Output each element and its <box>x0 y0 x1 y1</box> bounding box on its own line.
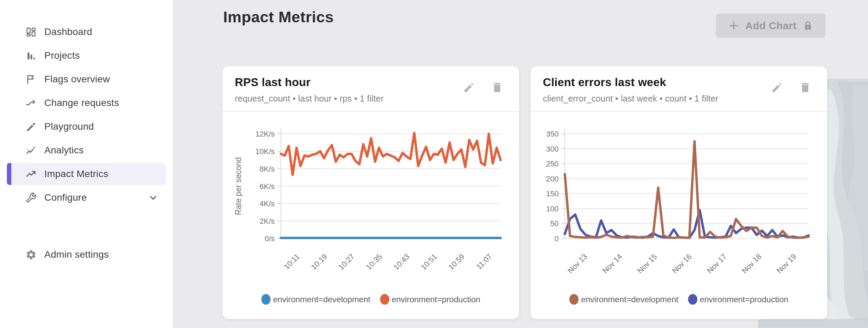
svg-text:Nov 18: Nov 18 <box>740 252 763 274</box>
card-actions <box>771 76 815 94</box>
svg-text:10:27: 10:27 <box>337 252 356 271</box>
sidebar-item-label: Projects <box>44 50 80 61</box>
svg-text:300: 300 <box>546 144 559 153</box>
legend-dot <box>688 294 697 305</box>
pencil-icon <box>463 81 475 94</box>
add-chart-button[interactable]: Add Chart <box>716 14 826 38</box>
legend-label: environment=production <box>392 295 480 304</box>
chart-card-rps: RPS last hour request_count • last hour … <box>222 66 519 319</box>
chart-area: 0/s2K/s4K/s6K/s8K/s10K/s12K/s10:1110:191… <box>222 112 519 274</box>
edit-chart-button[interactable] <box>771 81 783 94</box>
legend-label: environment=production <box>700 295 788 304</box>
svg-text:0: 0 <box>555 234 559 243</box>
svg-text:350: 350 <box>546 130 559 138</box>
chart-subtitle: client_error_count • last week • count •… <box>543 93 718 104</box>
svg-text:12K/s: 12K/s <box>255 130 275 138</box>
svg-text:Nov 16: Nov 16 <box>671 252 694 274</box>
main-content: Impact Metrics Add Chart RPS last hour r… <box>173 0 868 328</box>
chart-card-client-errors: Client errors last week client_error_cou… <box>530 66 827 319</box>
svg-text:10K/s: 10K/s <box>255 147 275 155</box>
svg-text:Nov 14: Nov 14 <box>601 252 624 274</box>
legend-dot <box>261 294 271 305</box>
chart-legend: environment=development environment=prod… <box>530 294 827 305</box>
sidebar-item-label: Analytics <box>44 145 84 156</box>
legend-label: environment=development <box>581 295 678 304</box>
sidebar-item-label: Configure <box>44 192 87 203</box>
sidebar-item-label: Dashboard <box>44 26 92 37</box>
wand-icon <box>25 121 37 132</box>
chart-title: Client errors last week <box>543 76 718 89</box>
card-header: Client errors last week client_error_cou… <box>530 66 827 112</box>
add-chart-label: Add Chart <box>745 20 797 32</box>
svg-text:10:59: 10:59 <box>447 252 466 271</box>
sidebar: Dashboard Projects Flags overview <box>0 0 173 328</box>
chart-legend: environment=development environment=prod… <box>222 294 519 305</box>
sidebar-item-impact-metrics[interactable]: Impact Metrics <box>7 163 166 185</box>
active-indicator <box>7 163 11 185</box>
analytics-icon <box>25 145 37 156</box>
flag-icon <box>25 74 37 85</box>
legend-item: environment=production <box>688 294 788 305</box>
pencil-icon <box>771 81 783 94</box>
page-title: Impact Metrics <box>223 8 334 26</box>
rps-line-chart: 0/s2K/s4K/s6K/s8K/s10K/s12K/s10:1110:191… <box>226 113 516 274</box>
wrench-icon <box>25 192 37 203</box>
sidebar-item-label: Change requests <box>44 97 119 108</box>
sidebar-item-label: Playground <box>44 121 94 132</box>
dashboard-icon <box>25 26 37 38</box>
trash-icon <box>799 81 811 94</box>
svg-text:Nov 13: Nov 13 <box>566 252 589 274</box>
legend-item: environment=development <box>569 294 678 305</box>
card-header: RPS last hour request_count • last hour … <box>222 66 519 112</box>
edit-chart-button[interactable] <box>463 81 475 94</box>
sidebar-item-change-requests[interactable]: Change requests <box>7 92 166 114</box>
svg-text:0/s: 0/s <box>265 234 275 243</box>
svg-text:11:07: 11:07 <box>475 252 493 271</box>
legend-item: environment=production <box>380 294 480 305</box>
svg-text:200: 200 <box>546 174 559 183</box>
legend-label: environment=development <box>273 295 370 304</box>
delete-chart-button[interactable] <box>491 81 503 94</box>
svg-text:Nov 17: Nov 17 <box>705 252 728 274</box>
projects-icon <box>25 50 37 61</box>
svg-text:Nov 19: Nov 19 <box>775 252 798 274</box>
card-actions <box>463 76 507 94</box>
svg-text:6K/s: 6K/s <box>260 182 275 190</box>
change-requests-icon <box>25 97 37 109</box>
sidebar-item-analytics[interactable]: Analytics <box>7 139 166 161</box>
svg-text:8K/s: 8K/s <box>260 164 275 173</box>
sidebar-item-admin-settings[interactable]: Admin settings <box>7 244 166 266</box>
svg-text:4K/s: 4K/s <box>260 199 275 208</box>
gear-icon <box>25 249 37 260</box>
sidebar-item-flags-overview[interactable]: Flags overview <box>7 68 166 90</box>
svg-text:100: 100 <box>546 204 559 213</box>
chevron-down-icon <box>148 192 158 203</box>
sidebar-item-label: Admin settings <box>44 249 109 260</box>
sidebar-item-configure[interactable]: Configure <box>7 187 166 209</box>
client-errors-line-chart: 050100150200250300350Nov 13Nov 14Nov 15N… <box>534 113 824 274</box>
svg-text:10:19: 10:19 <box>309 252 329 271</box>
svg-text:Rate per second: Rate per second <box>234 157 243 215</box>
trash-icon <box>491 81 503 94</box>
svg-text:10:35: 10:35 <box>364 252 384 271</box>
sidebar-item-playground[interactable]: Playground <box>7 116 166 138</box>
sidebar-item-dashboard[interactable]: Dashboard <box>7 21 166 43</box>
svg-text:250: 250 <box>546 160 559 168</box>
trending-up-icon <box>25 168 37 180</box>
sidebar-nav: Dashboard Projects Flags overview <box>0 21 173 266</box>
legend-dot <box>380 294 389 305</box>
lock-icon <box>803 21 813 31</box>
svg-text:150: 150 <box>546 189 559 198</box>
legend-dot <box>569 294 579 305</box>
svg-text:Nov 15: Nov 15 <box>636 252 659 274</box>
svg-text:50: 50 <box>550 219 559 228</box>
svg-text:10:43: 10:43 <box>392 252 411 271</box>
sidebar-item-label: Flags overview <box>44 74 110 85</box>
plus-icon <box>728 20 739 31</box>
charts-grid: RPS last hour request_count • last hour … <box>222 66 827 319</box>
delete-chart-button[interactable] <box>799 81 811 94</box>
sidebar-spacer <box>0 210 173 242</box>
chart-title: RPS last hour <box>235 76 384 89</box>
svg-text:2K/s: 2K/s <box>260 217 275 225</box>
sidebar-item-projects[interactable]: Projects <box>7 45 166 67</box>
